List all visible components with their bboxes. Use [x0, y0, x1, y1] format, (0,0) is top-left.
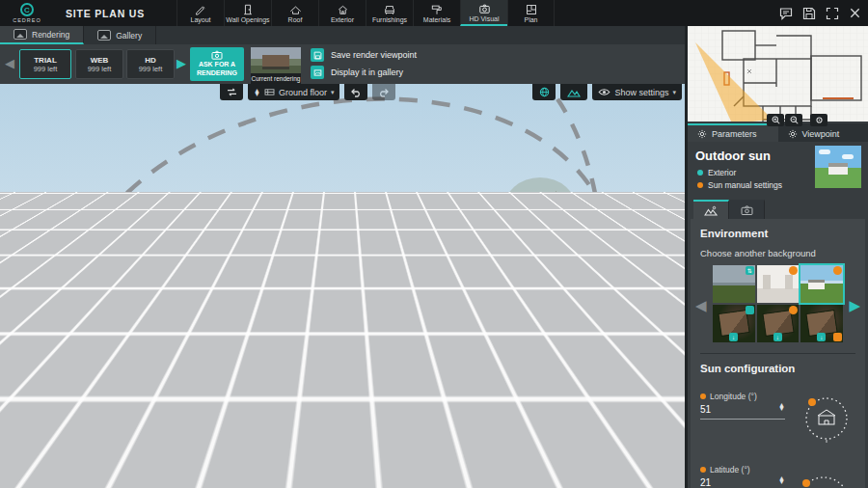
right-panel: Parameters Viewpoint Outdoor sun Exterio… — [685, 19, 868, 488]
cedreo-logo-text: CEDREO — [13, 17, 41, 23]
undo-button[interactable] — [344, 84, 367, 100]
parameters-panel-content: Outdoor sun Exterior Sun manual settings — [688, 142, 868, 488]
globe-toggle-button[interactable] — [532, 84, 556, 100]
ask-for-rendering-button[interactable]: ASK FOR A RENDERING — [190, 47, 244, 81]
navigate-button[interactable]: Navigate ▴ — [633, 470, 685, 485]
chevron-up-icon: ▴ — [86, 473, 91, 482]
latitude-input[interactable]: 21 — [700, 477, 785, 488]
render-bar: Rendering Gallery ◀ TRIAL 999 left WEB 9… — [0, 26, 685, 84]
axonometric-icon — [565, 473, 575, 483]
tab-parameters[interactable]: Parameters — [688, 123, 778, 142]
viewport-display-toggles: Show settings ▾ — [532, 84, 682, 100]
background-thumb-cloudy[interactable]: ⇅ — [713, 265, 755, 303]
tab-gallery[interactable]: Gallery — [84, 26, 156, 44]
latitude-stepper[interactable]: ▲▼ — [778, 476, 785, 484]
main-nav-tabs: Layout Wall Openings Roof Exterior Furni… — [176, 0, 555, 26]
background-label: Choose another background — [700, 248, 855, 258]
credit-web[interactable]: WEB 999 left — [75, 49, 123, 79]
list-icon — [14, 474, 26, 482]
terrain-toggle-button[interactable] — [560, 84, 587, 100]
orange-dot-icon — [700, 467, 706, 473]
chevron-down-icon: ▾ — [672, 89, 676, 96]
minimap-controls — [767, 114, 827, 126]
minimap-zoom-out-button[interactable] — [785, 114, 802, 126]
fullscreen-icon[interactable] — [825, 6, 839, 20]
floor-plan-drawing — [688, 19, 868, 122]
tab-plan[interactable]: Plan — [507, 0, 555, 26]
current-rendering-thumbnail[interactable]: Current rendering — [251, 47, 301, 84]
floor-stepper[interactable]: ▲▼ — [254, 89, 260, 96]
swap-icon — [227, 88, 237, 96]
undo-icon — [350, 88, 362, 97]
orange-badge-icon — [789, 266, 798, 275]
tab-exterior[interactable]: Exterior — [318, 0, 366, 26]
background-thumbnails: ⇅ ↓ — [713, 265, 843, 342]
walk-view-button[interactable] — [523, 473, 531, 483]
background-thumb-night-2[interactable]: ↓ — [757, 305, 800, 342]
house — [326, 256, 488, 312]
save-icon[interactable] — [801, 6, 816, 20]
swap-view-button[interactable] — [220, 84, 243, 100]
orange-badge-icon — [833, 266, 842, 275]
background-thumb-interior[interactable] — [757, 265, 800, 303]
globe-icon — [539, 87, 550, 97]
current-rendering-label: Current rendering — [251, 73, 301, 84]
gear-icon — [697, 129, 707, 139]
carousel-right-icon[interactable]: ▶ — [849, 298, 860, 312]
scene-preview-thumbnail[interactable] — [815, 146, 861, 188]
background-thumb-night-3[interactable]: ↓ — [800, 305, 843, 342]
background-carousel: ◀ ▶ ⇅ — [700, 265, 855, 342]
3d-viewport[interactable]: ▲▼ Ground floor ▾ Show settings ▾ — [0, 84, 685, 488]
camera-label: Camera — [481, 473, 512, 482]
minimap-zoom-in-button[interactable] — [767, 114, 784, 126]
camera-icon — [478, 3, 491, 14]
download-badge-icon: ↓ — [773, 333, 782, 341]
tab-materials[interactable]: Materials — [413, 0, 460, 26]
orange-badge-icon — [833, 333, 842, 341]
credits-scroll-right-icon[interactable]: ▶ — [176, 57, 186, 69]
minimap-locate-button[interactable] — [810, 114, 827, 126]
project-title: SITE PLAN US — [66, 8, 145, 19]
background-thumb-night-1[interactable]: ↓ — [713, 305, 755, 342]
zoom-in-button[interactable] — [591, 473, 602, 483]
chevron-down-icon: ▾ — [331, 89, 335, 96]
sun-sphere — [577, 197, 608, 228]
gear-icon — [788, 129, 798, 139]
close-icon[interactable] — [848, 6, 862, 20]
credits-scroll-left-icon[interactable]: ◀ — [5, 57, 14, 69]
save-render-viewpoint-button[interactable]: Save render viewpoint — [311, 48, 417, 62]
tab-hd-visual[interactable]: HD Visual — [460, 0, 507, 26]
subtab-environment[interactable] — [693, 200, 729, 219]
carousel-left-icon[interactable]: ◀ — [695, 298, 707, 312]
redo-button[interactable] — [372, 84, 395, 100]
tab-wall-openings[interactable]: Wall Openings — [224, 0, 271, 26]
cedreo-app-window: C CEDREO SITE PLAN US Layout Wall Openin… — [0, 0, 868, 488]
floor-selector[interactable]: ▲▼ Ground floor ▾ — [248, 84, 339, 100]
sun-subtabs — [693, 200, 868, 219]
display-in-gallery-button[interactable]: Display it in gallery — [311, 66, 403, 79]
roof-icon — [289, 4, 302, 15]
tab-rendering[interactable]: Rendering — [0, 26, 84, 44]
cedreo-logo[interactable]: C CEDREO — [0, 0, 54, 26]
eye-icon — [542, 474, 555, 482]
floor-plan-minimap[interactable] — [688, 19, 868, 122]
eye-view-button[interactable] — [542, 474, 555, 482]
tab-furnishings[interactable]: Furnishings — [366, 0, 413, 26]
zoom-out-button[interactable] — [613, 473, 624, 483]
credit-trial[interactable]: TRIAL 999 left — [19, 49, 71, 79]
feedback-icon[interactable] — [778, 6, 793, 20]
terrain-icon — [567, 88, 581, 97]
credit-hd[interactable]: HD 999 left — [126, 49, 175, 79]
armchair-icon — [384, 4, 395, 15]
orange-dot-icon — [700, 393, 706, 399]
longitude-stepper[interactable]: ▲▼ — [778, 403, 785, 411]
subtab-camera[interactable] — [729, 200, 765, 219]
longitude-input[interactable]: 51 — [700, 404, 785, 420]
tab-layout[interactable]: Layout — [176, 0, 224, 26]
show-settings-button[interactable]: Show settings ▾ — [592, 84, 682, 100]
tab-roof[interactable]: Roof — [271, 0, 318, 26]
swap-badge-icon: ⇅ — [746, 266, 754, 275]
aerial-view-button[interactable] — [565, 473, 575, 483]
surface-area-button[interactable]: Surface Area ▴ — [8, 470, 97, 485]
background-thumb-field-selected[interactable] — [800, 265, 843, 303]
